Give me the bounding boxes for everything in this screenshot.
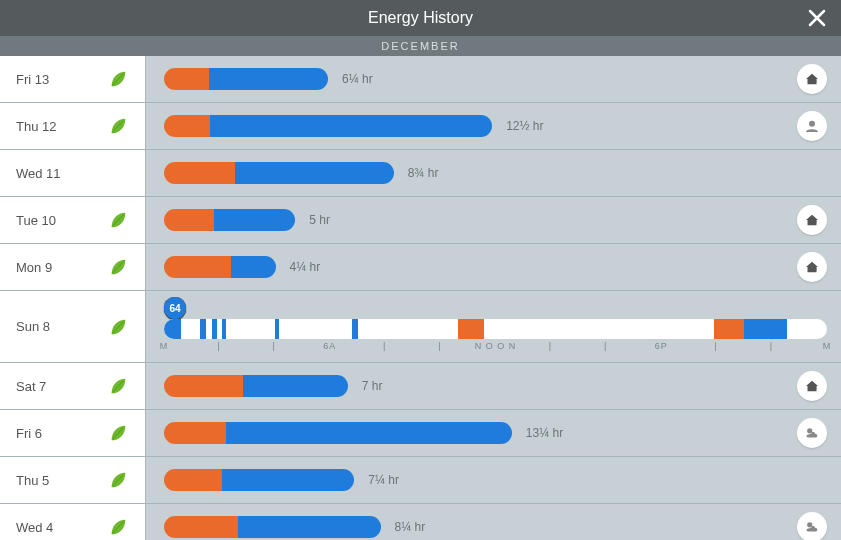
leaf-icon	[107, 115, 129, 137]
away-icon[interactable]	[797, 252, 827, 282]
tick-label: M	[823, 341, 832, 351]
usage-segment	[212, 319, 217, 339]
hours-label: 8¼ hr	[395, 520, 426, 534]
usage-bar	[164, 115, 492, 137]
setpoint-pin[interactable]: 64	[164, 297, 186, 319]
day-label: Sat 7	[16, 379, 46, 394]
day-label: Wed 11	[16, 166, 61, 181]
usage-segment	[164, 319, 181, 339]
tick-label: |	[383, 341, 386, 351]
leaf-icon	[107, 316, 129, 338]
leaf-icon	[107, 375, 129, 397]
away-icon[interactable]	[797, 205, 827, 235]
day-label-cell: Tue 10	[0, 197, 146, 243]
day-label: Fri 13	[16, 72, 49, 87]
day-label-cell: Thu 5	[0, 457, 146, 503]
tick-label: |	[438, 341, 441, 351]
header: Energy History	[0, 0, 841, 36]
day-row[interactable]: Wed 48¼ hr	[0, 504, 841, 540]
tick-label: |	[549, 341, 552, 351]
day-row[interactable]: Sun 86463777372664M||6A||N O O N||6P||M	[0, 291, 841, 363]
history-scroll[interactable]: Fri 136¼ hrThu 1212½ hrWed 118¾ hrTue 10…	[0, 56, 841, 540]
day-label-cell: Fri 13	[0, 56, 146, 102]
timeline-track	[164, 319, 827, 339]
usage-segment	[164, 375, 243, 397]
day-row[interactable]: Sat 77 hr	[0, 363, 841, 410]
usage-segment	[243, 375, 348, 397]
usage-segment	[200, 319, 205, 339]
usage-bar	[164, 68, 328, 90]
usage-segment	[231, 256, 276, 278]
bar-area: 5 hr	[146, 197, 841, 243]
day-row[interactable]: Mon 94¼ hr	[0, 244, 841, 291]
svg-point-2	[807, 522, 812, 527]
day-row[interactable]: Fri 613¼ hr	[0, 410, 841, 457]
day-label-cell: Fri 6	[0, 410, 146, 456]
day-label-cell: Sat 7	[0, 363, 146, 409]
usage-segment	[164, 162, 235, 184]
hours-label: 4¼ hr	[290, 260, 321, 274]
svg-point-0	[809, 121, 815, 127]
usage-segment	[222, 319, 227, 339]
timeline[interactable]: 6463777372664M||6A||N O O N||6P||M	[146, 291, 841, 362]
bar-area: 13¼ hr	[146, 410, 841, 456]
day-row[interactable]: Tue 105 hr	[0, 197, 841, 244]
hours-label: 13¼ hr	[526, 426, 563, 440]
usage-bar	[164, 469, 354, 491]
usage-bar	[164, 162, 394, 184]
tick-label: N O O N	[475, 341, 517, 351]
usage-segment	[164, 68, 209, 90]
hours-label: 12½ hr	[506, 119, 543, 133]
day-row[interactable]: Fri 136¼ hr	[0, 56, 841, 103]
bar-area: 7 hr	[146, 363, 841, 409]
day-label: Tue 10	[16, 213, 56, 228]
usage-segment	[744, 319, 787, 339]
tick-label: 6A	[323, 341, 336, 351]
day-row[interactable]: Thu 1212½ hr	[0, 103, 841, 150]
usage-segment	[222, 469, 355, 491]
usage-segment	[164, 209, 214, 231]
tick-label: |	[604, 341, 607, 351]
tick-label: M	[160, 341, 169, 351]
tick-label: |	[770, 341, 773, 351]
leaf-icon	[107, 68, 129, 90]
usage-bar	[164, 422, 512, 444]
day-row[interactable]: Thu 57¼ hr	[0, 457, 841, 504]
away-icon[interactable]	[797, 64, 827, 94]
usage-segment	[226, 422, 512, 444]
usage-segment	[210, 115, 492, 137]
close-icon[interactable]	[805, 6, 829, 30]
month-banner: DECEMBER	[0, 36, 841, 56]
bar-area: 7¼ hr	[146, 457, 841, 503]
weather-icon[interactable]	[797, 418, 827, 448]
bar-area: 4¼ hr	[146, 244, 841, 290]
hours-label: 7¼ hr	[368, 473, 399, 487]
hours-label: 5 hr	[309, 213, 330, 227]
svg-point-1	[807, 428, 812, 433]
usage-segment	[458, 319, 484, 339]
hours-label: 8¾ hr	[408, 166, 439, 180]
tick-label: |	[217, 341, 220, 351]
timeline-ticks: M||6A||N O O N||6P||M	[164, 341, 827, 355]
usage-segment	[275, 319, 278, 339]
away-icon[interactable]	[797, 371, 827, 401]
day-label-cell: Mon 9	[0, 244, 146, 290]
usage-segment	[209, 68, 328, 90]
usage-segment	[164, 422, 226, 444]
bar-area: 8¾ hr	[146, 150, 841, 196]
usage-segment	[235, 162, 394, 184]
hours-label: 6¼ hr	[342, 72, 373, 86]
day-label: Mon 9	[16, 260, 52, 275]
leaf-icon	[107, 422, 129, 444]
person-icon[interactable]	[797, 111, 827, 141]
day-label: Wed 4	[16, 520, 53, 535]
usage-bar	[164, 375, 348, 397]
day-label-cell: Wed 11	[0, 150, 146, 196]
usage-segment	[352, 319, 359, 339]
weather-icon[interactable]	[797, 512, 827, 540]
day-row[interactable]: Wed 118¾ hr	[0, 150, 841, 197]
tick-label: 6P	[655, 341, 668, 351]
leaf-icon	[107, 256, 129, 278]
day-label: Fri 6	[16, 426, 42, 441]
usage-segment	[238, 516, 381, 538]
